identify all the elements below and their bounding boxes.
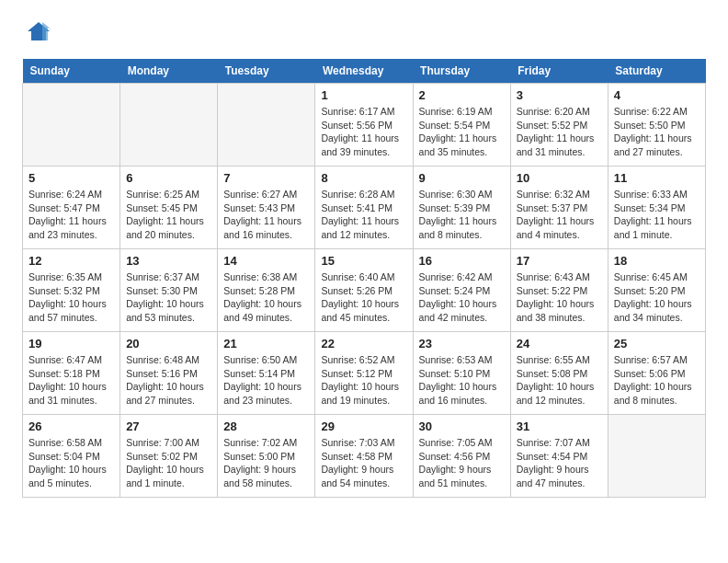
cell-day-info: Sunrise: 6:58 AM Sunset: 5:04 PM Dayligh… [28, 436, 114, 490]
calendar-week-row: 12Sunrise: 6:35 AM Sunset: 5:32 PM Dayli… [23, 249, 706, 332]
calendar-cell: 1Sunrise: 6:17 AM Sunset: 5:56 PM Daylig… [315, 84, 413, 167]
calendar-cell: 7Sunrise: 6:27 AM Sunset: 5:43 PM Daylig… [218, 167, 315, 249]
cell-day-number: 16 [419, 254, 505, 268]
cell-day-number: 6 [126, 171, 211, 185]
weekday-header-sunday: Sunday [23, 59, 120, 84]
cell-day-info: Sunrise: 7:07 AM Sunset: 4:54 PM Dayligh… [517, 436, 602, 490]
cell-day-number: 28 [223, 419, 309, 433]
cell-day-info: Sunrise: 7:05 AM Sunset: 4:56 PM Dayligh… [419, 436, 505, 490]
cell-day-number: 29 [321, 419, 406, 433]
calendar-cell: 24Sunrise: 6:55 AM Sunset: 5:08 PM Dayli… [510, 332, 608, 415]
cell-day-info: Sunrise: 6:55 AM Sunset: 5:08 PM Dayligh… [517, 353, 602, 408]
cell-day-number: 10 [517, 171, 602, 185]
cell-day-number: 23 [419, 337, 505, 350]
cell-day-info: Sunrise: 6:32 AM Sunset: 5:37 PM Dayligh… [517, 188, 602, 242]
svg-marker-1 [42, 22, 51, 40]
cell-day-number: 17 [517, 254, 602, 268]
cell-day-number: 27 [126, 419, 211, 433]
cell-day-info: Sunrise: 7:00 AM Sunset: 5:02 PM Dayligh… [126, 436, 211, 490]
calendar-cell: 20Sunrise: 6:48 AM Sunset: 5:16 PM Dayli… [120, 332, 218, 415]
cell-day-info: Sunrise: 6:17 AM Sunset: 5:56 PM Dayligh… [321, 105, 406, 159]
calendar-cell: 21Sunrise: 6:50 AM Sunset: 5:14 PM Dayli… [218, 332, 315, 415]
calendar-cell: 19Sunrise: 6:47 AM Sunset: 5:18 PM Dayli… [23, 332, 120, 415]
cell-day-info: Sunrise: 6:19 AM Sunset: 5:54 PM Dayligh… [419, 105, 505, 159]
cell-day-info: Sunrise: 6:35 AM Sunset: 5:32 PM Dayligh… [28, 270, 114, 325]
cell-day-number: 12 [28, 254, 114, 268]
cell-day-number: 3 [517, 88, 602, 102]
calendar-cell: 10Sunrise: 6:32 AM Sunset: 5:37 PM Dayli… [510, 167, 608, 249]
cell-day-info: Sunrise: 6:27 AM Sunset: 5:43 PM Dayligh… [223, 188, 309, 242]
calendar-cell [120, 84, 218, 167]
page-header [22, 18, 706, 44]
cell-day-number: 5 [28, 171, 114, 185]
cell-day-number: 11 [614, 171, 700, 185]
page-container: SundayMondayTuesdayWednesdayThursdayFrid… [0, 0, 728, 516]
cell-day-number: 18 [614, 254, 700, 268]
cell-day-number: 19 [28, 337, 114, 350]
calendar-cell [23, 84, 120, 167]
cell-day-info: Sunrise: 6:52 AM Sunset: 5:12 PM Dayligh… [321, 353, 406, 408]
cell-day-info: Sunrise: 6:28 AM Sunset: 5:41 PM Dayligh… [321, 188, 406, 242]
calendar-cell: 6Sunrise: 6:25 AM Sunset: 5:45 PM Daylig… [120, 167, 218, 249]
calendar-week-row: 5Sunrise: 6:24 AM Sunset: 5:47 PM Daylig… [23, 167, 706, 249]
calendar-cell: 26Sunrise: 6:58 AM Sunset: 5:04 PM Dayli… [23, 415, 120, 498]
calendar-cell: 25Sunrise: 6:57 AM Sunset: 5:06 PM Dayli… [608, 332, 705, 415]
cell-day-info: Sunrise: 6:20 AM Sunset: 5:52 PM Dayligh… [517, 105, 602, 159]
calendar-cell: 31Sunrise: 7:07 AM Sunset: 4:54 PM Dayli… [510, 415, 608, 498]
weekday-header-tuesday: Tuesday [218, 59, 315, 84]
weekday-header-wednesday: Wednesday [315, 59, 413, 84]
cell-day-number: 13 [126, 254, 211, 268]
logo [22, 18, 51, 44]
calendar-cell: 11Sunrise: 6:33 AM Sunset: 5:34 PM Dayli… [608, 167, 705, 249]
cell-day-number: 14 [223, 254, 309, 268]
logo-icon [26, 18, 51, 44]
calendar-cell: 18Sunrise: 6:45 AM Sunset: 5:20 PM Dayli… [608, 249, 705, 332]
calendar-cell: 4Sunrise: 6:22 AM Sunset: 5:50 PM Daylig… [608, 84, 705, 167]
weekday-header-thursday: Thursday [413, 59, 510, 84]
cell-day-number: 22 [321, 337, 406, 350]
cell-day-info: Sunrise: 6:22 AM Sunset: 5:50 PM Dayligh… [614, 105, 700, 159]
cell-day-number: 2 [419, 88, 505, 102]
cell-day-number: 1 [321, 88, 406, 102]
cell-day-info: Sunrise: 6:38 AM Sunset: 5:28 PM Dayligh… [223, 270, 309, 325]
calendar-cell: 12Sunrise: 6:35 AM Sunset: 5:32 PM Dayli… [23, 249, 120, 332]
calendar-cell: 27Sunrise: 7:00 AM Sunset: 5:02 PM Dayli… [120, 415, 218, 498]
calendar-cell: 9Sunrise: 6:30 AM Sunset: 5:39 PM Daylig… [413, 167, 510, 249]
cell-day-number: 15 [321, 254, 406, 268]
weekday-header-saturday: Saturday [608, 59, 705, 84]
cell-day-info: Sunrise: 6:43 AM Sunset: 5:22 PM Dayligh… [517, 270, 602, 325]
weekday-header-friday: Friday [510, 59, 608, 84]
cell-day-info: Sunrise: 7:02 AM Sunset: 5:00 PM Dayligh… [223, 436, 309, 490]
cell-day-info: Sunrise: 6:57 AM Sunset: 5:06 PM Dayligh… [614, 353, 700, 408]
cell-day-number: 7 [223, 171, 309, 185]
cell-day-info: Sunrise: 6:42 AM Sunset: 5:24 PM Dayligh… [419, 270, 505, 325]
calendar-cell: 23Sunrise: 6:53 AM Sunset: 5:10 PM Dayli… [413, 332, 510, 415]
calendar-cell: 5Sunrise: 6:24 AM Sunset: 5:47 PM Daylig… [23, 167, 120, 249]
calendar-cell: 15Sunrise: 6:40 AM Sunset: 5:26 PM Dayli… [315, 249, 413, 332]
cell-day-info: Sunrise: 7:03 AM Sunset: 4:58 PM Dayligh… [321, 436, 406, 490]
cell-day-info: Sunrise: 6:50 AM Sunset: 5:14 PM Dayligh… [223, 353, 309, 408]
cell-day-number: 24 [517, 337, 602, 350]
calendar-table: SundayMondayTuesdayWednesdayThursdayFrid… [22, 59, 706, 498]
calendar-cell: 22Sunrise: 6:52 AM Sunset: 5:12 PM Dayli… [315, 332, 413, 415]
cell-day-number: 21 [223, 337, 309, 350]
cell-day-number: 8 [321, 171, 406, 185]
cell-day-info: Sunrise: 6:37 AM Sunset: 5:30 PM Dayligh… [126, 270, 211, 325]
calendar-cell: 28Sunrise: 7:02 AM Sunset: 5:00 PM Dayli… [218, 415, 315, 498]
cell-day-info: Sunrise: 6:48 AM Sunset: 5:16 PM Dayligh… [126, 353, 211, 408]
calendar-week-row: 26Sunrise: 6:58 AM Sunset: 5:04 PM Dayli… [23, 415, 706, 498]
cell-day-info: Sunrise: 6:24 AM Sunset: 5:47 PM Dayligh… [28, 188, 114, 242]
calendar-cell: 2Sunrise: 6:19 AM Sunset: 5:54 PM Daylig… [413, 84, 510, 167]
calendar-cell: 13Sunrise: 6:37 AM Sunset: 5:30 PM Dayli… [120, 249, 218, 332]
calendar-cell: 8Sunrise: 6:28 AM Sunset: 5:41 PM Daylig… [315, 167, 413, 249]
calendar-week-row: 1Sunrise: 6:17 AM Sunset: 5:56 PM Daylig… [23, 84, 706, 167]
cell-day-info: Sunrise: 6:45 AM Sunset: 5:20 PM Dayligh… [614, 270, 700, 325]
cell-day-info: Sunrise: 6:40 AM Sunset: 5:26 PM Dayligh… [321, 270, 406, 325]
cell-day-info: Sunrise: 6:25 AM Sunset: 5:45 PM Dayligh… [126, 188, 211, 242]
cell-day-number: 31 [517, 419, 602, 433]
cell-day-info: Sunrise: 6:30 AM Sunset: 5:39 PM Dayligh… [419, 188, 505, 242]
calendar-week-row: 19Sunrise: 6:47 AM Sunset: 5:18 PM Dayli… [23, 332, 706, 415]
calendar-cell: 17Sunrise: 6:43 AM Sunset: 5:22 PM Dayli… [510, 249, 608, 332]
cell-day-number: 20 [126, 337, 211, 350]
calendar-cell: 14Sunrise: 6:38 AM Sunset: 5:28 PM Dayli… [218, 249, 315, 332]
